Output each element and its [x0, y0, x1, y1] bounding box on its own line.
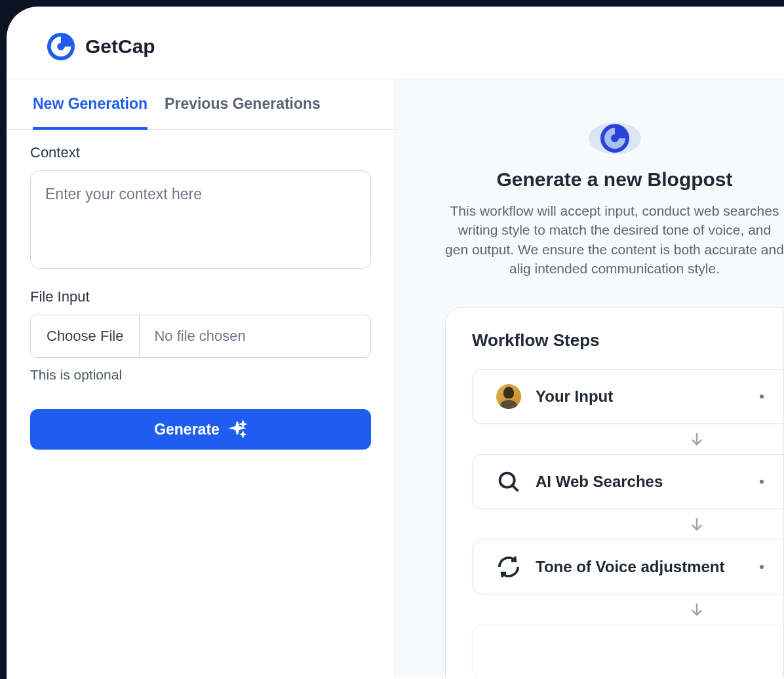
hero-logo-badge: [589, 123, 641, 154]
workflow-step-ai-web-searches[interactable]: AI Web Searches: [472, 454, 783, 509]
arrow-down-icon: [610, 424, 783, 454]
getcap-logo-small-icon: [599, 123, 631, 154]
workflow-step-next[interactable]: [472, 625, 783, 678]
left-panel: New Generation Previous Generations Cont…: [7, 79, 395, 678]
step-status-dot: [760, 565, 764, 569]
file-input-label: File Input: [30, 288, 371, 305]
workflow-step-tone-of-voice[interactable]: Tone of Voice adjustment: [472, 539, 783, 594]
brand-logo: [46, 31, 76, 62]
svg-point-2: [500, 473, 515, 487]
search-icon: [496, 469, 521, 494]
placeholder-icon: [496, 640, 521, 665]
file-input-row: Choose File No file chosen: [30, 315, 371, 358]
step-label: Tone of Voice adjustment: [536, 558, 745, 576]
brand-name: GetCap: [85, 35, 155, 58]
refresh-icon: [496, 554, 521, 579]
generation-form: Context File Input Choose File No file c…: [7, 130, 395, 464]
arrow-down-icon: [610, 509, 783, 539]
right-panel: Generate a new Blogpost This workflow wi…: [395, 79, 784, 678]
main-content: New Generation Previous Generations Cont…: [7, 79, 784, 678]
app-header: GetCap: [7, 7, 784, 79]
step-status-dot: [760, 480, 764, 484]
tab-new-generation[interactable]: New Generation: [33, 79, 147, 130]
context-input[interactable]: [30, 170, 371, 269]
workflow-card: Workflow Steps Your Input: [445, 307, 784, 678]
workflow-title: Workflow Steps: [472, 330, 783, 351]
hero-description: This workflow will accept input, conduct…: [445, 201, 784, 279]
step-status-dot: [760, 395, 764, 398]
step-label: Your Input: [536, 387, 745, 406]
workflow-steps: Your Input: [472, 369, 783, 678]
choose-file-button[interactable]: Choose File: [31, 315, 140, 357]
generate-button[interactable]: Generate: [30, 409, 371, 450]
context-label: Context: [30, 144, 371, 161]
hero-title: Generate a new Blogpost: [496, 168, 732, 191]
getcap-logo-icon: [46, 31, 76, 62]
tab-previous-generations[interactable]: Previous Generations: [165, 79, 321, 130]
workflow-step-your-input[interactable]: Your Input: [472, 369, 783, 424]
generate-button-label: Generate: [154, 421, 220, 438]
file-hint: This is optional: [30, 367, 371, 383]
arrow-down-icon: [610, 594, 783, 625]
user-avatar-icon: [496, 384, 521, 409]
step-label: AI Web Searches: [536, 473, 745, 491]
app-window: GetCap New Generation Previous Generatio…: [7, 7, 784, 679]
sparkle-icon: [227, 419, 247, 439]
tabs-row: New Generation Previous Generations: [7, 79, 395, 130]
file-status-text: No file chosen: [140, 315, 370, 357]
